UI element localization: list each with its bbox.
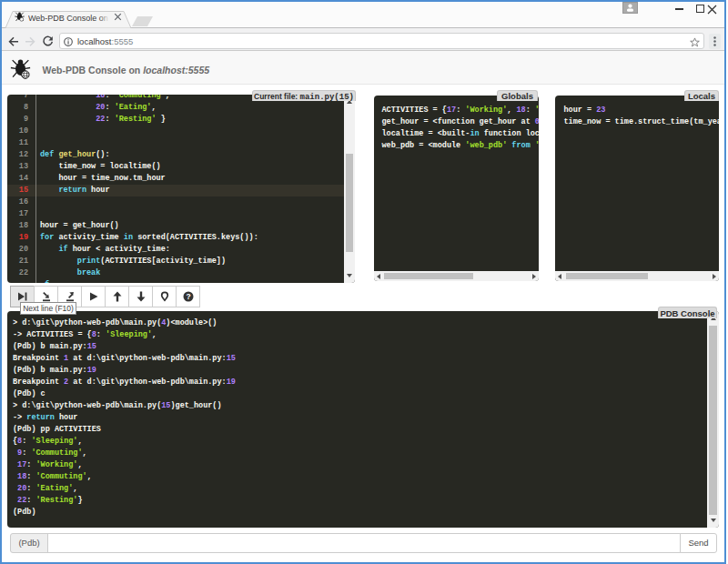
svg-text:?: ? xyxy=(186,292,190,301)
